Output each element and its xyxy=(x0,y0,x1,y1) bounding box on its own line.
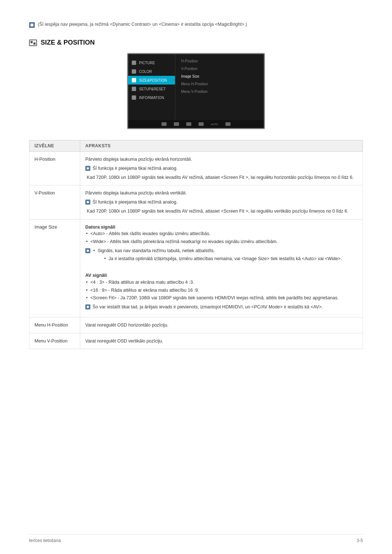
table-row-vposition: V-Position Pārvieto displeja laukuma poz… xyxy=(29,185,363,219)
vposition-note2: Kad 720P, 1080i un 1080P signāls tiek ie… xyxy=(85,208,358,215)
hposition-note2: Kad 720P, 1080i un 1080P signāls tiek ie… xyxy=(85,174,358,181)
submenu-hposition: H-Position xyxy=(181,58,258,64)
datora-note-bullet: Signāls, kas nav standarta režīmu tabulā… xyxy=(93,247,358,262)
submenu-imagesize: Image Size xyxy=(181,74,258,79)
monitor-screen: PICTURE COLOR SIZE&POSITION SETUP&RESET … xyxy=(127,53,265,129)
bottom-icon-3 xyxy=(186,122,191,126)
menu-item-info: INFORMATION xyxy=(128,93,175,102)
section-title-text: SIZE & POSITION xyxy=(41,39,95,46)
datora-note-list: Signāls, kas nav standarta režīmu tabulā… xyxy=(93,247,358,263)
datora-sub-bullets: Ja ir iestatīta optimālā izšķirtspēja, i… xyxy=(98,255,358,262)
footer-right: 3-5 xyxy=(357,538,363,543)
datora-bullet-1: <Auto> - Attēls tiek rādīts ievades sign… xyxy=(85,230,358,237)
menuv-name: Menu V-Position xyxy=(29,333,80,349)
datora-bullets: <Auto> - Attēls tiek rādīts ievades sign… xyxy=(85,230,358,245)
av-note-inline: Šo var iestatīt tikai tad, ja ārējais ie… xyxy=(85,304,358,311)
table-row-menuh: Menu H-Position Varat noregulēt OSD hori… xyxy=(29,317,363,333)
monitor-screenshot: PICTURE COLOR SIZE&POSITION SETUP&RESET … xyxy=(29,53,363,129)
menu-item-sizeposition: SIZE&POSITION xyxy=(128,76,175,85)
vposition-name: V-Position xyxy=(29,185,80,219)
av-bullets: <4 : 3> - Rāda attēlus ar ekrāna malu at… xyxy=(85,279,358,301)
menuv-desc: Varat noregulēt OSD vertikālo pozīciju. xyxy=(80,333,363,349)
section-title: SIZE & POSITION xyxy=(29,39,363,46)
imagesize-desc: Datora signāli <Auto> - Attēls tiek rādī… xyxy=(80,219,363,317)
top-note: (Šī iespēja nav pieejama, ja režīmā <Dyn… xyxy=(29,22,363,28)
av-bullet-2: <16 : 9> - Rāda attēlus ar ekrāna malu a… xyxy=(85,287,358,294)
datora-label: Datora signāli xyxy=(85,225,115,230)
menu-item-color: COLOR xyxy=(128,67,175,76)
menuh-desc: Varat noregulēt OSD horizontālo pozīciju… xyxy=(80,317,363,333)
note-inline-icon xyxy=(85,166,90,171)
menu-item-setup: SETUP&RESET xyxy=(128,85,175,93)
datora-note-inline: Signāls, kas nav standarta režīmu tabulā… xyxy=(85,247,358,263)
hposition-name: H-Position xyxy=(29,152,80,185)
menu-submenu: H-Position V-Position Image Size Menu H-… xyxy=(175,54,264,128)
submenu-menuh: Menu H-Position xyxy=(181,81,258,87)
datora-bullet-2: <Wide> - Attēls tiek rādīts pilnekrāna r… xyxy=(85,238,358,245)
monitor-bottom-bar: AUTO xyxy=(128,120,264,128)
main-table: IZVĒLNE APRAKSTS H-Position Pārvieto dis… xyxy=(29,140,363,349)
note-inline-icon-v xyxy=(85,200,90,205)
table-row-imagesize: Image Size Datora signāli <Auto> - Attēl… xyxy=(29,219,363,317)
hposition-main: Pārvieto displeja laukuma pozīciju ekrān… xyxy=(85,156,358,163)
bottom-auto-label: AUTO xyxy=(211,123,218,126)
footer-left: Ierīces lietošana xyxy=(29,538,61,543)
hposition-note1: Šī funkcija ir pieejama tikai režīmā ana… xyxy=(85,165,358,172)
page-footer: Ierīces lietošana 3-5 xyxy=(29,534,363,543)
col-header-menu: IZVĒLNE xyxy=(29,140,80,152)
size-position-icon xyxy=(29,40,37,46)
table-row-menuv: Menu V-Position Varat noregulēt OSD vert… xyxy=(29,333,363,349)
bottom-icon-4 xyxy=(199,122,204,126)
hposition-desc: Pārvieto displeja laukuma pozīciju ekrān… xyxy=(80,152,363,185)
bottom-icon-1 xyxy=(162,122,167,126)
av-note-text: Šo var iestatīt tikai tad, ja ārējais ie… xyxy=(93,304,323,311)
hposition-note1-text: Šī funkcija ir pieejama tikai režīmā ana… xyxy=(93,165,177,172)
note-icon xyxy=(29,22,35,28)
submenu-vposition: V-Position xyxy=(181,66,258,71)
menu-sidebar: PICTURE COLOR SIZE&POSITION SETUP&RESET … xyxy=(128,54,175,128)
av-label: AV signāli xyxy=(85,273,107,278)
vposition-desc: Pārvieto displeja laukuma pozīciju ekrān… xyxy=(80,185,363,219)
col-header-desc: APRAKSTS xyxy=(80,140,363,152)
submenu-menuv: Menu V-Position xyxy=(181,89,258,94)
note-inline-icon-av xyxy=(85,304,90,309)
bottom-icon-2 xyxy=(174,122,179,126)
menuh-name: Menu H-Position xyxy=(29,317,80,333)
vposition-note1-text: Šī funkcija ir pieejama tikai režīmā ana… xyxy=(93,199,177,206)
av-bullet-3: <Screen Fit> - Ja 720P, 1080i vai 1080P … xyxy=(85,295,358,301)
imagesize-name: Image Size xyxy=(29,219,80,317)
note-inline-icon-img xyxy=(85,248,90,253)
top-note-text: (Šī iespēja nav pieejama, ja režīmā <Dyn… xyxy=(38,22,247,27)
table-row-hposition: H-Position Pārvieto displeja laukuma poz… xyxy=(29,152,363,185)
av-bullet-1: <4 : 3> - Rāda attēlus ar ekrāna malu at… xyxy=(85,279,358,286)
bottom-icon-5 xyxy=(225,122,230,126)
vposition-note1: Šī funkcija ir pieejama tikai režīmā ana… xyxy=(85,199,358,206)
datora-sub-bullet: Ja ir iestatīta optimālā izšķirtspēja, i… xyxy=(103,255,358,262)
vposition-main: Pārvieto displeja laukuma pozīciju ekrān… xyxy=(85,190,358,197)
menu-item-picture: PICTURE xyxy=(128,58,175,67)
